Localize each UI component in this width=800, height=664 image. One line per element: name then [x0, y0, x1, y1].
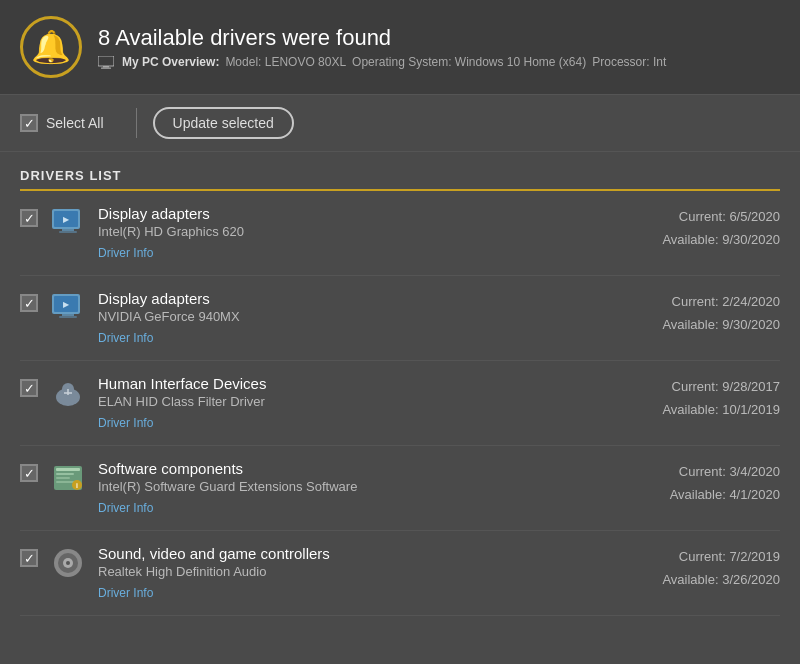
- pc-overview: My PC Overview: Model: LENOVO 80XL Opera…: [98, 55, 666, 69]
- driver-check-2[interactable]: [20, 379, 38, 397]
- driver-available-2: Available: 10/1/2019: [662, 398, 780, 421]
- driver-item: ▶ Display adapters Intel(R) HD Graphics …: [20, 191, 780, 276]
- driver-details-0: Display adapters Intel(R) HD Graphics 62…: [98, 205, 650, 261]
- driver-category-4: Sound, video and game controllers: [98, 545, 650, 562]
- driver-dates-1: Current: 2/24/2020 Available: 9/30/2020: [662, 290, 780, 337]
- toolbar-divider: [136, 108, 137, 138]
- driver-info-link-0[interactable]: Driver Info: [98, 246, 153, 260]
- driver-item: i Software components Intel(R) Software …: [20, 446, 780, 531]
- svg-point-27: [66, 561, 70, 565]
- drivers-list: ▶ Display adapters Intel(R) HD Graphics …: [20, 191, 780, 616]
- driver-dates-4: Current: 7/2/2019 Available: 3/26/2020: [662, 545, 780, 592]
- header: 🔔 8 Available drivers were found My PC O…: [0, 0, 800, 95]
- driver-item: Human Interface Devices ELAN HID Class F…: [20, 361, 780, 446]
- driver-checkbox-2[interactable]: [20, 379, 38, 397]
- drivers-section: DRIVERS LIST ▶ Display adapters Intel(R)…: [0, 152, 800, 616]
- driver-available-0: Available: 9/30/2020: [662, 228, 780, 251]
- driver-current-4: Current: 7/2/2019: [662, 545, 780, 568]
- svg-rect-11: [59, 316, 77, 318]
- update-selected-button[interactable]: Update selected: [153, 107, 294, 139]
- driver-check-1[interactable]: [20, 294, 38, 312]
- svg-rect-20: [56, 477, 70, 479]
- svg-rect-18: [56, 468, 80, 471]
- driver-current-3: Current: 3/4/2020: [670, 460, 780, 483]
- driver-checkbox-4[interactable]: [20, 549, 38, 567]
- driver-checkbox-1[interactable]: [20, 294, 38, 312]
- driver-icon-1: ▶: [50, 290, 86, 326]
- driver-category-2: Human Interface Devices: [98, 375, 650, 392]
- driver-icon-3: i: [50, 460, 86, 496]
- svg-rect-6: [59, 231, 77, 233]
- svg-text:i: i: [76, 482, 78, 489]
- svg-rect-1: [103, 66, 109, 68]
- driver-info-link-2[interactable]: Driver Info: [98, 416, 153, 430]
- driver-name-3: Intel(R) Software Guard Extensions Softw…: [98, 479, 658, 494]
- pc-model: Model: LENOVO 80XL: [225, 55, 346, 69]
- driver-name-2: ELAN HID Class Filter Driver: [98, 394, 650, 409]
- page-title: 8 Available drivers were found: [98, 25, 666, 51]
- driver-check-4[interactable]: [20, 549, 38, 567]
- toolbar: Select All Update selected: [0, 95, 800, 152]
- select-all-checkbox[interactable]: [20, 114, 38, 132]
- driver-details-3: Software components Intel(R) Software Gu…: [98, 460, 658, 516]
- driver-info-link-3[interactable]: Driver Info: [98, 501, 153, 515]
- driver-checkbox-0[interactable]: [20, 209, 38, 227]
- driver-item: Sound, video and game controllers Realte…: [20, 531, 780, 616]
- drivers-list-title: DRIVERS LIST: [20, 168, 780, 191]
- driver-details-2: Human Interface Devices ELAN HID Class F…: [98, 375, 650, 431]
- driver-current-1: Current: 2/24/2020: [662, 290, 780, 313]
- driver-icon-0: ▶: [50, 205, 86, 241]
- driver-check-3[interactable]: [20, 464, 38, 482]
- driver-info-link-4[interactable]: Driver Info: [98, 586, 153, 600]
- select-all-label: Select All: [46, 115, 104, 131]
- notification-icon-wrapper: 🔔: [20, 16, 82, 78]
- driver-available-3: Available: 4/1/2020: [670, 483, 780, 506]
- driver-current-0: Current: 6/5/2020: [662, 205, 780, 228]
- driver-dates-3: Current: 3/4/2020 Available: 4/1/2020: [670, 460, 780, 507]
- driver-current-2: Current: 9/28/2017: [662, 375, 780, 398]
- driver-icon-4: [50, 545, 86, 581]
- driver-category-0: Display adapters: [98, 205, 650, 222]
- driver-dates-2: Current: 9/28/2017 Available: 10/1/2019: [662, 375, 780, 422]
- driver-name-1: NVIDIA GeForce 940MX: [98, 309, 650, 324]
- header-text: 8 Available drivers were found My PC Ove…: [98, 25, 666, 69]
- driver-available-4: Available: 3/26/2020: [662, 568, 780, 591]
- driver-name-4: Realtek High Definition Audio: [98, 564, 650, 579]
- driver-checkbox-3[interactable]: [20, 464, 38, 482]
- svg-text:▶: ▶: [63, 215, 70, 224]
- driver-available-1: Available: 9/30/2020: [662, 313, 780, 336]
- svg-rect-5: [62, 229, 74, 231]
- monitor-icon: [98, 56, 114, 69]
- driver-details-4: Sound, video and game controllers Realte…: [98, 545, 650, 601]
- driver-check-0[interactable]: [20, 209, 38, 227]
- driver-category-3: Software components: [98, 460, 658, 477]
- svg-text:▶: ▶: [63, 300, 70, 309]
- pc-processor: Processor: Int: [592, 55, 666, 69]
- bell-icon: 🔔: [31, 28, 71, 66]
- svg-rect-0: [98, 56, 114, 66]
- select-all-wrapper[interactable]: Select All: [20, 114, 120, 132]
- svg-rect-10: [62, 314, 74, 316]
- svg-rect-19: [56, 473, 74, 475]
- driver-dates-0: Current: 6/5/2020 Available: 9/30/2020: [662, 205, 780, 252]
- pc-os: Operating System: Windows 10 Home (x64): [352, 55, 586, 69]
- driver-item: ▶ Display adapters NVIDIA GeForce 940MX …: [20, 276, 780, 361]
- driver-details-1: Display adapters NVIDIA GeForce 940MX Dr…: [98, 290, 650, 346]
- driver-category-1: Display adapters: [98, 290, 650, 307]
- driver-icon-2: [50, 375, 86, 411]
- pc-label: My PC Overview:: [122, 55, 219, 69]
- svg-rect-2: [101, 67, 111, 68]
- driver-name-0: Intel(R) HD Graphics 620: [98, 224, 650, 239]
- driver-info-link-1[interactable]: Driver Info: [98, 331, 153, 345]
